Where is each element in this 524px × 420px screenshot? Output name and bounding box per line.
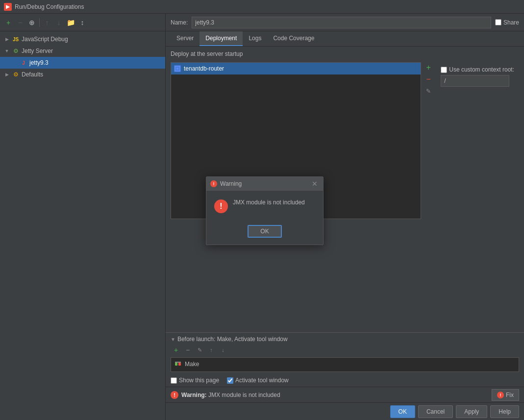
- checkboxes-row: Show this page Activate tool window: [166, 374, 524, 387]
- dialog-close-button[interactable]: ✕: [310, 179, 319, 188]
- bl-item-label: Make: [185, 361, 199, 368]
- tree-item-defaults[interactable]: ▶ ⚙ Defaults: [0, 69, 165, 80]
- fix-button[interactable]: ! Fix: [492, 389, 519, 401]
- window-title: Run/Debug Configurations: [15, 3, 84, 10]
- dialog-ok-button[interactable]: OK: [248, 225, 281, 238]
- bl-add-button[interactable]: +: [171, 345, 181, 355]
- before-launch-section: ▼ Before launch: Make, Activate tool win…: [166, 332, 524, 374]
- tree-item-label: Jetty Server: [22, 48, 53, 54]
- name-label: Name:: [171, 19, 188, 26]
- svg-rect-4: [175, 362, 181, 363]
- bl-item-make[interactable]: Make: [171, 358, 519, 371]
- expand-arrow: ▶: [4, 72, 10, 77]
- share-checkbox[interactable]: [495, 19, 501, 25]
- server-icon: ⚙: [12, 47, 20, 55]
- bottom-buttons: OK Cancel Apply Help: [166, 402, 524, 420]
- custom-context-checkbox[interactable]: [441, 67, 447, 73]
- tab-server[interactable]: Server: [171, 31, 200, 46]
- bl-remove-button[interactable]: −: [182, 345, 193, 355]
- bl-down-button[interactable]: ↓: [218, 345, 228, 355]
- artifact-icon: [174, 65, 181, 72]
- deploy-label: Deploy at the server startup: [171, 50, 519, 57]
- copy-config-button[interactable]: ⊕: [26, 17, 37, 28]
- bl-edit-button[interactable]: ✎: [194, 345, 205, 355]
- artifact-buttons: + − ✎: [423, 62, 434, 219]
- dialog-body: ! JMX module is not included: [206, 191, 323, 221]
- bl-up-button[interactable]: ↑: [206, 345, 217, 355]
- artifact-label: tenantdb-router: [184, 65, 224, 72]
- config-tabs: Server Deployment Logs Code Coverage: [166, 31, 524, 47]
- warning-dialog: ! Warning ✕ ! JMX module is not included…: [206, 176, 324, 245]
- dialog-title: Warning: [220, 180, 307, 187]
- js-debug-icon: JS: [12, 35, 20, 43]
- move-down-button[interactable]: ↓: [53, 17, 64, 28]
- context-root-label: Use custom context root:: [441, 66, 514, 73]
- fix-label: Fix: [506, 392, 514, 398]
- dialog-message: JMX module is not included: [233, 198, 305, 207]
- help-button[interactable]: Help: [490, 405, 519, 418]
- before-launch-header: ▼ Before launch: Make, Activate tool win…: [171, 336, 519, 343]
- tree-item-jetty93[interactable]: J jetty9.3: [0, 57, 165, 69]
- before-launch-list[interactable]: Make: [171, 357, 519, 372]
- show-page-checkbox-container: Show this page: [171, 377, 219, 384]
- cancel-button[interactable]: Cancel: [418, 405, 453, 418]
- status-warning-label: Warning:: [181, 392, 207, 398]
- dialog-warning-icon: !: [214, 199, 228, 213]
- add-config-button[interactable]: +: [3, 17, 14, 28]
- tree-item-jetty-server[interactable]: ▼ ⚙ Jetty Server: [0, 45, 165, 57]
- ok-button[interactable]: OK: [390, 405, 415, 418]
- svg-rect-2: [175, 363, 177, 366]
- left-panel: + − ⊕ ↑ ↓ 📁 ↕ ▶ JS JavaScript Debug ▼ ⚙ …: [0, 14, 166, 420]
- tree-item-js-debug[interactable]: ▶ JS JavaScript Debug: [0, 33, 165, 45]
- show-page-checkbox[interactable]: [171, 377, 177, 384]
- collapse-arrow-icon[interactable]: ▼: [171, 337, 175, 342]
- tab-logs[interactable]: Logs: [243, 31, 267, 46]
- left-toolbar: + − ⊕ ↑ ↓ 📁 ↕: [0, 14, 165, 31]
- dialog-footer: OK: [206, 221, 323, 245]
- activate-tool-window-checkbox[interactable]: [227, 377, 233, 384]
- svg-rect-3: [178, 363, 181, 366]
- deploy-section: Deploy at the server startup: [166, 47, 524, 62]
- indent-spacer: [12, 60, 18, 66]
- status-bar: ! Warning: JMX module is not included ! …: [166, 387, 524, 402]
- tree-item-label: Defaults: [22, 71, 43, 78]
- defaults-icon: ⚙: [12, 71, 20, 78]
- status-warning-icon: !: [171, 391, 178, 399]
- dialog-title-icon: !: [210, 180, 217, 187]
- remove-config-button[interactable]: −: [15, 17, 25, 28]
- expand-arrow: ▶: [4, 36, 10, 42]
- before-launch-toolbar: + − ✎ ↑ ↓: [171, 345, 519, 355]
- tree-item-label: jetty9.3: [29, 59, 49, 66]
- tab-code-coverage[interactable]: Code Coverage: [267, 31, 320, 46]
- fix-icon: !: [497, 392, 504, 398]
- title-bar: ▶ Run/Debug Configurations: [0, 0, 524, 14]
- remove-artifact-button[interactable]: −: [423, 74, 434, 85]
- tree-item-label: JavaScript Debug: [22, 36, 68, 43]
- move-up-button[interactable]: ↑: [42, 17, 52, 28]
- artifact-item-tenantdb[interactable]: tenantdb-router: [171, 63, 421, 74]
- status-message: JMX module is not included: [208, 392, 280, 398]
- share-label: Share: [503, 19, 519, 26]
- apply-button[interactable]: Apply: [456, 405, 487, 418]
- add-artifact-button[interactable]: +: [423, 62, 434, 73]
- config-tree[interactable]: ▶ JS JavaScript Debug ▼ ⚙ Jetty Server J…: [0, 31, 165, 420]
- context-root-input[interactable]: [441, 75, 509, 87]
- tab-deployment[interactable]: Deployment: [200, 31, 243, 46]
- context-root-area: Use custom context root:: [436, 62, 519, 219]
- jetty-icon: J: [20, 59, 27, 67]
- sort-button[interactable]: ↕: [77, 17, 88, 28]
- expand-arrow: ▼: [4, 48, 10, 54]
- name-input[interactable]: [192, 17, 491, 28]
- folder-button[interactable]: 📁: [65, 17, 76, 28]
- app-icon: ▶: [4, 3, 12, 11]
- share-checkbox-container: Share: [495, 19, 519, 26]
- show-page-label: Show this page: [179, 377, 219, 384]
- name-row: Name: Share: [166, 14, 524, 31]
- status-text: Warning: JMX module is not included: [181, 392, 280, 398]
- dialog-titlebar: ! Warning ✕: [206, 177, 323, 191]
- edit-artifact-button[interactable]: ✎: [423, 86, 434, 97]
- toolbar-separator-1: [39, 18, 40, 27]
- activate-tool-window-label: Activate tool window: [235, 377, 289, 384]
- activate-tool-window-container: Activate tool window: [227, 377, 289, 384]
- make-icon: [174, 360, 182, 368]
